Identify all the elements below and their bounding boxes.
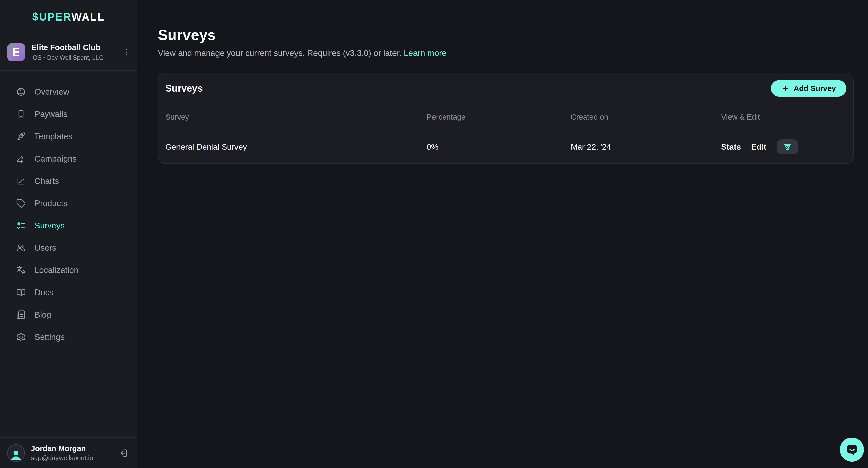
person-icon (9, 448, 23, 461)
table-header: Survey Percentage Created on View & Edit (158, 103, 853, 130)
chat-bubble-icon (844, 442, 860, 458)
sidebar-item-docs[interactable]: Docs (0, 281, 137, 304)
row-actions: Stats Edit (721, 139, 846, 154)
user-avatar (7, 444, 25, 462)
sidebar-item-label: Surveys (34, 221, 65, 230)
sidebar-item-label: Charts (34, 176, 59, 186)
sidebar: $UPERWALL E Elite Football Club iOS • Da… (0, 0, 137, 468)
superwall-dashboard: $UPERWALL E Elite Football Club iOS • Da… (0, 0, 868, 468)
split-arrows-icon (16, 154, 26, 164)
add-survey-button[interactable]: Add Survey (771, 80, 846, 97)
sidebar-item-campaigns[interactable]: Campaigns (0, 148, 137, 170)
add-survey-label: Add Survey (794, 84, 836, 93)
stats-button[interactable]: Stats (721, 142, 741, 152)
surveys-card: Surveys Add Survey Survey Percentage Cre… (158, 73, 854, 164)
chat-launcher-button[interactable] (840, 438, 864, 462)
sidebar-item-label: Products (34, 198, 67, 208)
sidebar-item-label: Paywalls (34, 110, 67, 119)
sidebar-item-label: Users (34, 243, 56, 253)
sidebar-item-templates[interactable]: Templates (0, 125, 137, 148)
survey-name: General Denial Survey (165, 142, 427, 152)
sidebar-item-overview[interactable]: Overview (0, 81, 137, 103)
sidebar-item-charts[interactable]: Charts (0, 170, 137, 192)
logo[interactable]: $UPERWALL (0, 0, 137, 34)
phone-icon (16, 110, 26, 119)
rocket-icon (16, 132, 26, 141)
logout-button[interactable] (118, 448, 128, 458)
checklist-icon (16, 221, 26, 230)
col-percentage: Percentage (427, 113, 571, 121)
edit-button[interactable]: Edit (751, 142, 766, 152)
app-name: Elite Football Club (31, 43, 115, 52)
kebab-menu-icon (122, 48, 131, 57)
book-open-icon (16, 288, 26, 297)
main-content: Surveys View and manage your current sur… (137, 0, 868, 468)
sidebar-item-blog[interactable]: Blog (0, 304, 137, 326)
table-row: General Denial Survey 0% Mar 22, '24 Sta… (158, 130, 853, 163)
logo-text-teal: $UPER (32, 11, 71, 23)
card-title: Surveys (165, 83, 203, 94)
col-view-edit: View & Edit (721, 113, 846, 121)
app-switcher[interactable]: E Elite Football Club iOS • Day Well Spe… (0, 34, 137, 71)
surveys-card-header: Surveys Add Survey (158, 73, 853, 103)
delete-survey-button[interactable] (777, 139, 798, 154)
app-menu-button[interactable] (121, 42, 132, 62)
sidebar-item-products[interactable]: Products (0, 192, 137, 215)
logo-text-white: WALL (71, 11, 104, 23)
sidebar-item-settings[interactable]: Settings (0, 326, 137, 348)
app-avatar: E (7, 43, 25, 61)
trash-icon (783, 142, 792, 151)
sidebar-item-paywalls[interactable]: Paywalls (0, 103, 137, 125)
page-title: Surveys (158, 26, 854, 43)
pie-chart-icon (16, 87, 26, 97)
survey-created-on: Mar 22, '24 (571, 142, 721, 152)
logout-icon (118, 448, 128, 458)
sidebar-item-label: Overview (34, 87, 69, 97)
sidebar-item-label: Docs (34, 288, 54, 297)
sidebar-item-label: Settings (34, 332, 65, 342)
col-created-on: Created on (571, 113, 721, 121)
plus-icon (781, 84, 789, 92)
newspaper-icon (16, 310, 26, 320)
sidebar-item-label: Campaigns (34, 154, 77, 164)
sidebar-item-surveys[interactable]: Surveys (0, 215, 137, 237)
sidebar-item-localization[interactable]: Localization (0, 259, 137, 281)
user-email: sup@daywellspent.io (31, 454, 112, 462)
page-subtitle: View and manage your current surveys. Re… (158, 49, 854, 58)
gear-icon (16, 332, 26, 342)
sidebar-nav: Overview Paywalls Templates Campaigns Ch… (0, 71, 137, 348)
col-survey: Survey (165, 113, 427, 121)
sidebar-item-label: Blog (34, 310, 51, 320)
page-subtitle-text: View and manage your current surveys. Re… (158, 49, 401, 58)
sidebar-item-users[interactable]: Users (0, 237, 137, 259)
survey-percentage: 0% (427, 142, 571, 152)
learn-more-link[interactable]: Learn more (404, 49, 447, 58)
line-chart-icon (16, 176, 26, 186)
user-footer: Jordan Morgan sup@daywellspent.io (0, 437, 137, 468)
user-name: Jordan Morgan (31, 444, 112, 453)
app-platform-company: iOS • Day Well Spent, LLC (31, 54, 115, 61)
languages-icon (16, 266, 26, 275)
tag-icon (16, 198, 26, 208)
sidebar-item-label: Templates (34, 132, 72, 141)
sidebar-item-label: Localization (34, 266, 79, 275)
users-icon (16, 243, 26, 253)
